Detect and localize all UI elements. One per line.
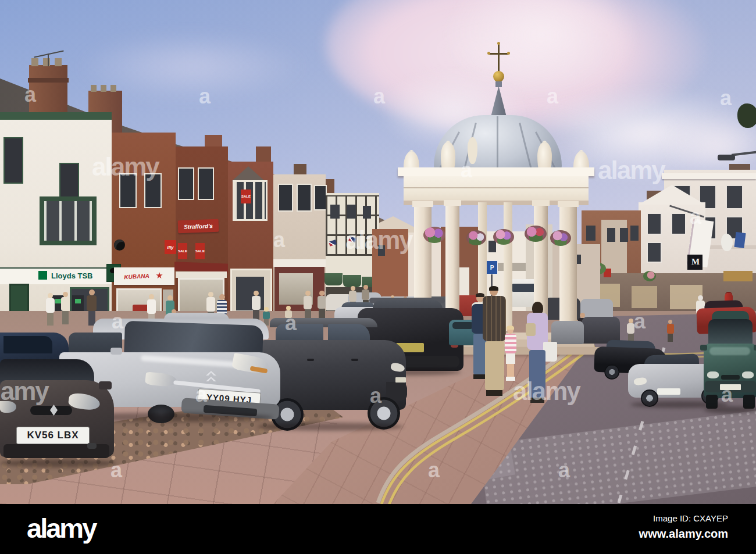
lloyds-fascia-text: Lloyds TSB [51,270,109,281]
renault-megane: KV56 LBX [0,356,115,472]
person-head [149,294,154,299]
person-body [349,291,356,302]
person-body [667,324,674,334]
pedestrian [666,320,675,342]
woman-lilac [526,303,552,409]
person-legs [529,350,545,398]
person-head [629,319,633,323]
golden-ball [493,71,504,82]
headlight [707,371,719,378]
finial-knob [507,52,510,55]
person-hair [507,326,514,330]
person-body [87,295,97,311]
pedestrian [44,293,57,326]
person-head [363,285,368,289]
person-shoes [530,398,544,403]
grille [721,375,740,380]
alamy-url: www.alamy.com [639,527,728,541]
straffords-sign-text: Strafford's [178,219,219,233]
finial-knob [497,42,500,45]
car-window [3,336,52,353]
cross-finial [498,43,500,72]
door-handle [351,359,358,361]
person-head [89,289,95,295]
mirror [110,348,122,355]
person-head [286,306,291,310]
windshield [708,319,753,347]
person-shorts [506,353,515,364]
person-head [208,292,213,297]
green-fiesta [704,311,756,414]
m-store-sign-text: M [689,255,702,269]
group-pedestrians [454,279,605,401]
urn [468,137,477,164]
person-legs [507,364,514,377]
headlight [742,371,754,378]
hanging-basket [466,230,486,245]
person-legs [485,341,504,390]
alamy-footer-bar: alamy Image ID: CXAYEP www.alamy.com [0,504,756,554]
person-body [318,296,326,309]
hanging-basket [550,230,571,246]
front-plate [395,377,406,383]
renault-plate: KV56 LBX [16,427,90,444]
sale-sign-text: SALE [195,246,205,256]
person-body [61,297,70,311]
person-head [319,291,324,296]
person-body [627,323,634,334]
illy-sign-text: illy [165,240,176,254]
person-head [219,294,225,300]
door-handle [307,359,314,361]
image-id: Image ID: CXAYEP [639,513,728,523]
person-body [46,298,55,313]
person-body [147,299,156,314]
person-head [167,295,173,301]
person-head [63,292,68,297]
photo-street-scene: P [0,0,756,504]
sale-sign-text: SALE [178,246,187,256]
stock-photo-page: P [0,0,756,554]
hanging-basket [493,229,514,245]
person-legs [47,313,54,326]
person-shoes [486,390,502,396]
cornice-top [398,167,594,176]
person-shoes [506,377,515,381]
headlight [0,401,16,413]
person-body [304,296,312,309]
architrave-line [404,187,589,188]
girl-pink [504,327,518,383]
hanging-basket [423,227,445,243]
person-head [305,291,311,296]
alamy-logo: alamy [27,512,95,544]
hanging-basket [525,226,547,242]
person-head [351,286,355,291]
person-body [206,297,215,312]
front-plate [720,384,741,390]
front-plate [657,388,680,395]
mirror [700,345,707,351]
person-body [505,334,516,353]
person-body [252,296,261,310]
shoulder-bag [526,323,536,336]
fog-light [87,443,97,449]
person-head [48,293,53,298]
person-head [254,291,259,296]
person-head [264,307,269,312]
capital [558,201,579,207]
capital [532,200,550,206]
sale-sign-text: SALE [241,192,251,201]
mirror [754,345,756,351]
person-body [483,296,506,341]
mirror [99,381,112,389]
image-meta: Image ID: CXAYEP www.alamy.com [639,513,728,541]
wheel [604,364,620,380]
person-hair [489,286,498,291]
person-head [668,320,672,324]
cross-finial-bar [488,53,509,55]
pedestrian [316,291,328,320]
bonnet-highlight [709,347,750,355]
kubana-sign-text: KUBANA [116,270,158,283]
finial-knob [487,52,490,55]
capital [444,200,461,206]
